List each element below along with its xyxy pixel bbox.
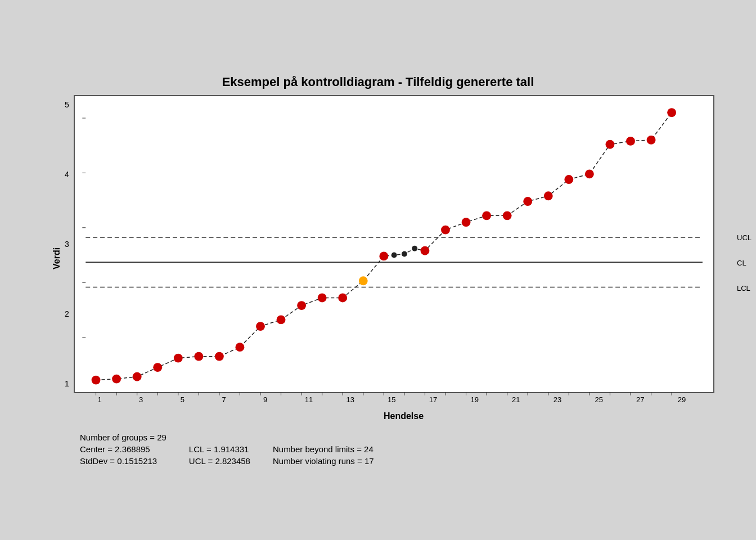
svg-point-58: [482, 211, 491, 220]
svg-point-39: [133, 372, 142, 381]
stat-violating: Number violating runs = 17: [273, 456, 374, 466]
chart-svg: [75, 96, 713, 392]
chart-title: Eksempel på kontrolldiagram - Tilfeldig …: [52, 75, 704, 89]
x-tick-label: 17: [429, 395, 437, 404]
x-axis-label: Hendelse: [65, 411, 714, 421]
svg-point-40: [153, 363, 162, 372]
y-tick-4: 4: [65, 170, 69, 178]
svg-point-49: [338, 293, 347, 302]
plot-wrapper: 5 4 3 2 1 UCL CL LCL: [65, 95, 714, 393]
svg-point-37: [91, 375, 100, 384]
stat-empty1: [189, 433, 250, 442]
svg-point-45: [256, 322, 265, 331]
y-axis-label: Verdi: [52, 95, 62, 421]
stat-center: Center = 2.368895: [80, 444, 166, 454]
svg-point-65: [626, 136, 635, 145]
x-tick-label: 19: [470, 395, 478, 404]
x-tick-label: 23: [554, 395, 561, 404]
svg-point-48: [318, 293, 327, 302]
svg-point-63: [585, 169, 594, 178]
svg-point-56: [441, 225, 450, 234]
svg-point-64: [605, 140, 614, 148]
ucl-label: UCL: [737, 233, 752, 242]
x-ticks-row: 1357911131517192123252729: [65, 395, 714, 407]
cl-label: CL: [737, 259, 746, 267]
svg-point-50: [359, 276, 368, 285]
stats-col-2: LCL = 1.914331 UCL = 2.823458: [189, 433, 250, 466]
svg-point-51: [379, 251, 388, 260]
svg-point-67: [667, 108, 676, 117]
svg-point-66: [646, 135, 655, 144]
svg-point-44: [235, 343, 244, 352]
stat-ucl: UCL = 2.823458: [189, 456, 250, 466]
stat-empty2: [273, 433, 374, 442]
stat-groups: Number of groups = 29: [80, 433, 166, 442]
x-tick-label: 27: [636, 395, 644, 404]
chart-container: Eksempel på kontrolldiagram - Tilfeldig …: [40, 64, 716, 477]
stat-stddev: StdDev = 0.1515213: [80, 456, 166, 466]
x-tick-label: 29: [678, 395, 686, 404]
lcl-label: LCL: [737, 284, 750, 292]
y-tick-5: 5: [65, 101, 69, 109]
svg-point-47: [297, 301, 306, 310]
svg-point-55: [420, 246, 429, 255]
x-tick-label: 13: [346, 395, 354, 404]
x-tick-label: 1: [97, 395, 101, 404]
x-tick-label: 9: [263, 395, 267, 404]
stat-beyond: Number beyond limits = 24: [273, 444, 374, 454]
svg-point-60: [523, 197, 532, 206]
x-tick-label: 7: [222, 395, 226, 404]
svg-point-54: [412, 245, 417, 251]
svg-point-52: [391, 252, 397, 258]
svg-point-38: [112, 374, 121, 383]
y-tick-3: 3: [65, 240, 69, 248]
x-tick-label: 15: [388, 395, 395, 404]
x-tick-label: 25: [595, 395, 602, 404]
svg-point-41: [174, 353, 183, 362]
x-tick-label: 21: [512, 395, 520, 404]
x-tick-label: 3: [139, 395, 143, 404]
chart-and-labels: 5 4 3 2 1 UCL CL LCL: [65, 95, 714, 421]
y-tick-1: 1: [65, 380, 69, 388]
svg-point-53: [402, 251, 407, 256]
svg-point-61: [544, 191, 553, 200]
chart-area: Verdi 5 4 3 2 1 UCL CL: [52, 95, 704, 421]
svg-point-62: [564, 175, 573, 184]
svg-point-57: [461, 218, 470, 227]
x-tick-label: 5: [181, 395, 184, 404]
stats-col-1: Number of groups = 29 Center = 2.368895 …: [80, 433, 166, 466]
svg-point-46: [276, 315, 285, 324]
stat-lcl: LCL = 1.914331: [189, 444, 250, 454]
y-tick-2: 2: [65, 310, 69, 318]
svg-point-42: [194, 352, 203, 361]
y-ticks: 5 4 3 2 1: [65, 95, 74, 393]
stats-col-3: Number beyond limits = 24 Number violati…: [273, 433, 374, 466]
svg-point-43: [215, 352, 224, 361]
x-tick-label: 11: [305, 395, 313, 404]
svg-point-59: [503, 211, 512, 220]
stats-section: Number of groups = 29 Center = 2.368895 …: [52, 433, 704, 466]
plot-box: UCL CL LCL: [74, 95, 714, 393]
